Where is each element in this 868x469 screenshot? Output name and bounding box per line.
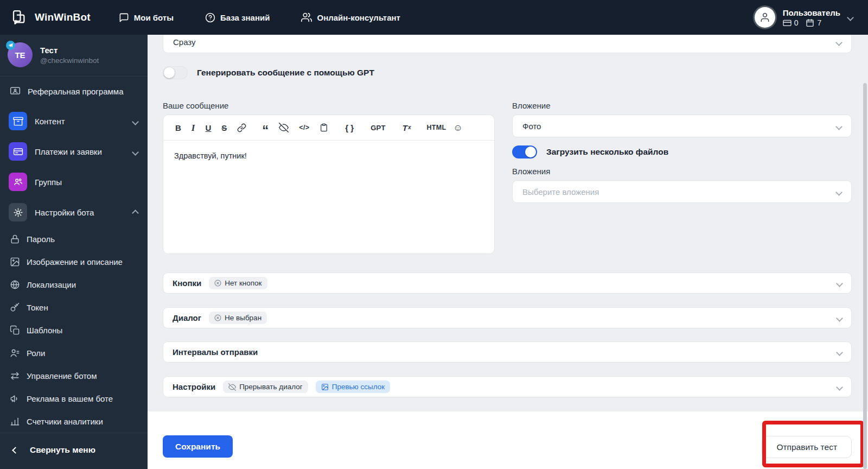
sidebar-item-referral[interactable]: Реферальная программа — [0, 80, 148, 103]
attachments-placeholder: Выберите вложения — [522, 187, 599, 197]
send-when-value: Сразу — [173, 37, 196, 47]
vertical-scrollbar[interactable] — [863, 83, 867, 469]
save-button[interactable]: Сохранить — [163, 435, 233, 458]
sidebar-item-groups[interactable]: Группы — [0, 167, 148, 197]
nav-online-consultant[interactable]: Онлайн-консультант — [301, 12, 400, 23]
strikethrough-icon[interactable]: S — [221, 124, 227, 132]
sidebar-item-bot-settings[interactable]: Настройки бота — [0, 197, 148, 227]
chevron-down-icon — [133, 117, 138, 126]
attachments-select[interactable]: Выберите вложения — [512, 180, 852, 203]
sidebar-item-label: Платежи и заявки — [35, 147, 102, 156]
brand[interactable]: WinWinBot — [0, 8, 91, 27]
brand-name: WinWinBot — [35, 11, 91, 23]
bot-name: Тест — [40, 46, 99, 55]
sidebar-item-label: Изображение и описание — [27, 257, 123, 267]
chevron-down-icon — [848, 12, 853, 22]
sidebar-item-token[interactable]: Токен — [0, 296, 148, 319]
chevron-down-icon — [837, 313, 842, 323]
collapse-menu-button[interactable]: Свернуть меню — [0, 433, 148, 469]
spoiler-eye-off-icon[interactable] — [279, 123, 289, 132]
chevron-down-icon — [837, 122, 841, 131]
attachment-type-select[interactable]: Фото — [512, 115, 852, 137]
accordion-title: Настройки — [173, 382, 215, 391]
calendar-icon — [806, 18, 814, 27]
nav-label: Мои боты — [134, 13, 174, 22]
image-icon — [10, 257, 20, 267]
italic-icon[interactable]: I — [192, 123, 195, 132]
html-button[interactable]: HTML — [427, 124, 446, 131]
bot-handle: @checkwinwinbot — [40, 56, 99, 65]
clipboard-icon[interactable] — [320, 123, 328, 132]
link-icon[interactable] — [237, 123, 246, 132]
quote-icon[interactable]: “ — [262, 118, 269, 137]
key-icon — [10, 302, 20, 313]
credit-card-icon — [9, 142, 27, 161]
chevron-down-icon — [837, 382, 842, 392]
sidebar-item-roles[interactable]: Роли — [0, 341, 148, 364]
sidebar-item-payments[interactable]: Платежи и заявки — [0, 136, 148, 167]
sidebar-item-label: Группы — [35, 178, 62, 187]
multi-files-toggle[interactable] — [512, 145, 537, 159]
accordion-dialog[interactable]: Диалог Не выбран — [163, 307, 852, 328]
telegram-badge-icon — [6, 41, 15, 50]
gpt-toggle-label: Генерировать сообщение с помощью GPT — [197, 68, 374, 78]
globe-icon — [10, 280, 20, 290]
sidebar-item-bot-management[interactable]: Управление ботом — [0, 364, 148, 387]
sidebar-item-ads[interactable]: Реклама в вашем боте — [0, 387, 148, 410]
user-roles-icon — [10, 348, 20, 358]
accordion-settings[interactable]: Настройки Прерывать диалог Превью ссылок — [163, 376, 852, 397]
badge-label: Нет кнопок — [225, 279, 261, 287]
nav-knowledge-base[interactable]: База знаний — [205, 12, 270, 23]
gpt-toggle[interactable] — [163, 66, 188, 79]
multi-files-toggle-row: Загрузить несколько файлов — [512, 145, 668, 159]
main-nav: Мои боты База знаний Онлайн-консультант — [119, 12, 400, 23]
bot-profile[interactable]: TE Тест @checkwinwinbot — [0, 35, 148, 76]
bar-chart-icon — [10, 416, 20, 427]
accordion-title: Интервалы отправки — [173, 347, 258, 357]
sidebar-item-label: Шаблоны — [27, 326, 62, 335]
sidebar-item-label: Токен — [27, 303, 48, 312]
card-count: 0 — [794, 18, 799, 27]
nav-label: Онлайн-консультант — [317, 13, 400, 22]
user-menu[interactable]: Пользователь 0 7 — [755, 7, 853, 28]
message-editor: B I U S “ </> { } GPT Tx HTML ☺ Здравств… — [163, 115, 495, 254]
bot-avatar: TE — [8, 42, 33, 67]
emoji-icon[interactable]: ☺ — [453, 123, 462, 132]
badge-label: Не выбран — [225, 314, 261, 322]
sidebar-item-password[interactable]: Пароль — [0, 227, 148, 250]
lock-icon — [10, 234, 20, 244]
sidebar-item-label: Счетчики аналитики — [27, 417, 103, 426]
send-test-button[interactable]: Отправить тест — [762, 436, 852, 458]
sidebar-item-content[interactable]: Контент — [0, 106, 148, 136]
help-circle-icon — [205, 12, 215, 23]
main-content: Сразу Генерировать сообщение с помощью G… — [148, 35, 868, 469]
message-content[interactable]: Здравствуй, путник! — [163, 141, 494, 171]
chevron-up-icon — [133, 208, 138, 217]
sidebar-item-templates[interactable]: Шаблоны — [0, 319, 148, 341]
sidebar-item-label: Управление ботом — [27, 371, 97, 381]
accordion-buttons[interactable]: Кнопки Нет кнопок — [163, 272, 852, 294]
accordion-intervals[interactable]: Интервалы отправки — [163, 341, 852, 363]
card-counter: 0 — [783, 18, 799, 27]
gpt-button[interactable]: GPT — [371, 124, 386, 131]
chevron-down-icon — [837, 37, 841, 47]
referral-icon — [10, 86, 21, 97]
attachment-type-value: Фото — [522, 122, 541, 131]
sidebar-item-analytics[interactable]: Счетчики аналитики — [0, 410, 148, 433]
sidebar-item-localizations[interactable]: Локализации — [0, 273, 148, 296]
gpt-toggle-row: Генерировать сообщение с помощью GPT — [163, 66, 374, 79]
code-icon[interactable]: </> — [299, 124, 309, 131]
calendar-counter: 7 — [806, 18, 821, 27]
gear-icon — [9, 203, 27, 221]
sidebar-item-image-description[interactable]: Изображение и описание — [0, 250, 148, 273]
bot-initials: TE — [15, 50, 25, 60]
bold-icon[interactable]: B — [175, 124, 181, 132]
attachment-label: Вложение — [512, 101, 550, 110]
winwinbot-logo-icon — [10, 8, 28, 27]
clear-format-icon[interactable]: Tx — [403, 124, 411, 132]
underline-icon[interactable]: U — [205, 124, 211, 132]
badge-label: Прерывать диалог — [239, 383, 303, 391]
message-label: Ваше сообщение — [163, 101, 228, 110]
braces-icon[interactable]: { } — [345, 124, 354, 132]
nav-my-bots[interactable]: Мои боты — [119, 12, 174, 23]
